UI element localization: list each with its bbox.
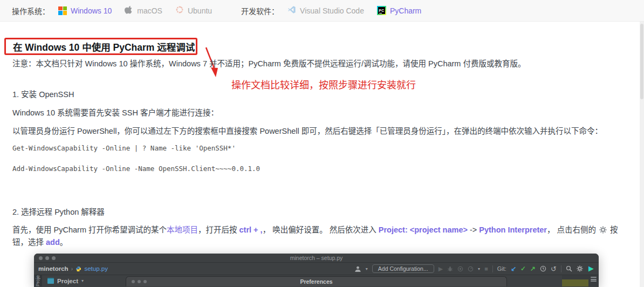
chevron-down-icon: ▾ <box>478 266 480 271</box>
chevron-down-icon: ▾ <box>81 278 84 283</box>
add-configuration-button: Add Configuration... <box>372 264 434 273</box>
topbar-item-label: PyCharm <box>390 6 421 15</box>
run-with-coverage-icon <box>457 266 463 272</box>
section1-paragraph-1: Windows 10 系统需要首先安装 SSH 客户端才能进行连接： <box>12 107 621 119</box>
text-run: ， 唤出偏好设置。 然后依次进入 <box>263 226 379 234</box>
topbar-item-label: macOS <box>137 6 162 15</box>
text-run: ， 点击右侧的 <box>547 226 598 234</box>
note-paragraph: 注意：本文档只针对 Windows 10 操作系统，Windows 7 并不适用… <box>12 57 627 69</box>
topbar-item-vscode[interactable]: Visual Studio Code <box>287 5 364 16</box>
topbar: 操作系统： Windows 10 macOS Ubuntu 开发软件： <box>0 0 644 22</box>
pycharm-logo-icon: PC <box>377 6 386 15</box>
project-vertical-tab: Project <box>35 275 40 286</box>
shortcut-ctrl-comma: ctrl + , <box>239 226 263 234</box>
apple-logo-icon <box>125 5 133 16</box>
settings-gear-icon <box>577 265 583 272</box>
local-project-link[interactable]: 本地项目 <box>167 226 198 234</box>
os-group-label: 操作系统： <box>12 5 50 16</box>
history-clock-icon <box>540 265 546 272</box>
scrollbar-thumb[interactable] <box>640 24 643 99</box>
section2-heading: 2. 选择远程 Python 解释器 <box>12 206 621 218</box>
topbar-item-windows10[interactable]: Windows 10 <box>58 6 112 15</box>
git-label: Git: <box>497 265 506 272</box>
screenshot-body: Project Project ▾ Preferences <box>34 275 599 286</box>
toolbar-separator <box>492 265 493 272</box>
git-update-icon: ↙ <box>511 265 516 272</box>
rollback-icon: ↺ <box>551 265 557 273</box>
python-file-icon <box>76 266 81 272</box>
toolbar-separator <box>561 265 561 272</box>
section1-heading: 1. 安装 OpenSSH <box>12 88 621 101</box>
colorful-triangle-logo-icon <box>587 265 594 272</box>
search-icon <box>566 265 572 272</box>
topbar-item-ubuntu[interactable]: Ubuntu <box>175 5 212 16</box>
title-highlight-box: 在 Windows 10 中使用 PyCharm 远程调试 <box>4 38 197 55</box>
ubuntu-logo-icon <box>175 5 184 16</box>
project-folder-icon <box>47 278 54 284</box>
dev-group-label: 开发软件： <box>241 5 279 16</box>
section1-paragraph-2: 以管理员身份运行 PowerShell，你可以通过左下方的搜索框中直接搜索 Po… <box>12 125 621 138</box>
code-line-1: Get-WindowsCapability -Online | ? Name -… <box>12 144 236 152</box>
editor-highlight-band <box>562 279 588 286</box>
doc-page: 操作系统： Windows 10 macOS Ubuntu 开发软件： <box>0 0 644 287</box>
toolbar-right-cluster: ▾ Add Configuration... ▶ ▾ ■ Git: ↙ ✓ ↗ … <box>354 264 594 273</box>
project-tool-window-strip: Project <box>34 275 42 286</box>
gear-icon <box>599 226 607 234</box>
user-icon <box>354 265 361 272</box>
text-run: ，打开后按 <box>198 226 239 234</box>
run-icon: ▶ <box>439 265 443 272</box>
vscode-logo-icon <box>287 5 296 16</box>
add-link[interactable]: add <box>46 238 60 247</box>
preferences-dialog: Preferences <box>126 276 507 286</box>
topbar-item-label: Ubuntu <box>188 6 212 15</box>
project-panel-header: Project ▾ <box>42 275 84 286</box>
window-title: minetorch – setup.py <box>290 255 342 261</box>
windows-logo-icon <box>58 6 67 15</box>
text-run: 首先，使用 PyCharm 打开你希望调试的某个 <box>12 226 167 234</box>
chevron-right-icon: › <box>71 265 73 272</box>
pycharm-screenshot: minetorch – setup.py minetorch › setup.p… <box>34 254 599 287</box>
breadcrumb: minetorch › setup.py <box>38 265 108 272</box>
code-line-2: Add-WindowsCapability -Online -Name Open… <box>12 165 260 173</box>
text-run: 。 <box>60 238 68 247</box>
git-commit-icon: ✓ <box>520 265 526 272</box>
stack-icon <box>591 277 597 283</box>
section2-paragraph-1: 首先，使用 PyCharm 打开你希望调试的某个本地项目，打开后按 ctrl +… <box>12 224 621 248</box>
debug-bug-icon <box>447 266 453 272</box>
topbar-item-label: Windows 10 <box>71 6 112 15</box>
breadcrumb-project: minetorch <box>38 265 68 272</box>
text-run: -> <box>468 226 479 234</box>
editor-area <box>562 275 599 286</box>
topbar-item-label: Visual Studio Code <box>300 6 364 15</box>
page-title: 在 Windows 10 中使用 PyCharm 远程调试 <box>6 40 195 53</box>
git-push-icon: ↗ <box>530 265 536 272</box>
topbar-item-macos[interactable]: macOS <box>125 5 162 16</box>
menu-path-project: Project: <project name> <box>379 226 468 234</box>
stop-icon: ■ <box>484 265 488 272</box>
screenshot-window-titlebar: minetorch – setup.py <box>34 254 599 263</box>
page-scrollbar[interactable] <box>640 22 644 287</box>
project-panel-label: Project <box>57 278 78 284</box>
dialog-title: Preferences <box>300 278 332 285</box>
profiler-icon <box>468 266 474 272</box>
topbar-item-pycharm[interactable]: PC PyCharm <box>377 6 421 15</box>
menu-path-python-interpreter: Python Interpreter <box>479 226 547 234</box>
traffic-light-icons <box>39 256 56 260</box>
screenshot-toolbar: minetorch › setup.py ▾ Add Configuration… <box>34 263 599 275</box>
chevron-down-icon: ▾ <box>366 266 368 271</box>
breadcrumb-file: setup.py <box>84 265 107 272</box>
traffic-light-icons <box>132 280 147 283</box>
